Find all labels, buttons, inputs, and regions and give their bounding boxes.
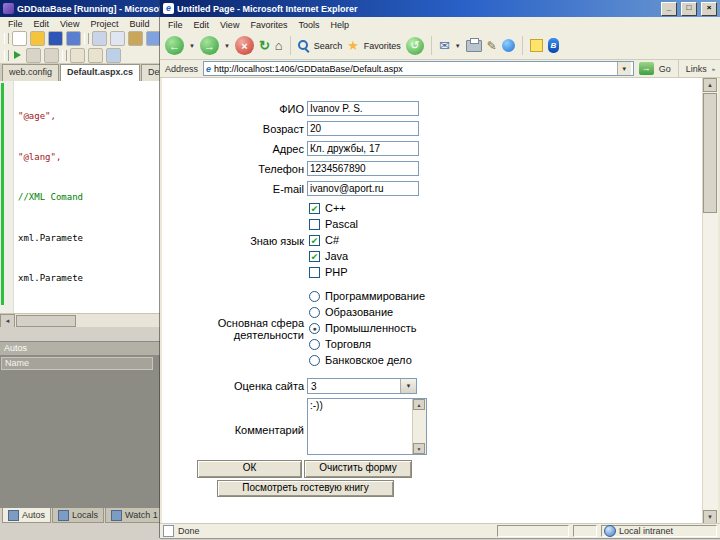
- undo-icon[interactable]: [146, 31, 161, 46]
- forward-dropdown-icon[interactable]: ▼: [224, 43, 230, 49]
- checkbox-csharp[interactable]: ✔: [309, 235, 320, 246]
- ie-menu-edit[interactable]: Edit: [194, 20, 210, 30]
- checkbox-php-label[interactable]: PHP: [325, 266, 348, 278]
- panel-tab-locals[interactable]: Locals: [52, 508, 104, 523]
- cut-icon[interactable]: [92, 31, 107, 46]
- breakpoint-icon[interactable]: [106, 48, 121, 63]
- ie-menu-favorites[interactable]: Favorites: [250, 20, 287, 30]
- search-icon[interactable]: [298, 40, 309, 51]
- back-dropdown-icon[interactable]: ▼: [189, 43, 195, 49]
- select-dropdown-icon[interactable]: ▼: [400, 379, 416, 393]
- ie-menu-file[interactable]: File: [168, 20, 183, 30]
- new-file-icon[interactable]: [12, 31, 27, 46]
- comment-text[interactable]: :-)): [310, 400, 411, 453]
- checkbox-csharp-label[interactable]: C#: [325, 234, 339, 246]
- go-label[interactable]: Go: [659, 64, 671, 74]
- tab-web-config[interactable]: web.config: [2, 64, 59, 81]
- email-input[interactable]: [307, 181, 419, 196]
- radio-education-label[interactable]: Образование: [325, 306, 393, 318]
- paste-icon[interactable]: [128, 31, 143, 46]
- radio-industry-label[interactable]: Промышленность: [325, 322, 417, 334]
- minimize-button[interactable]: _: [661, 2, 677, 16]
- stop-debug-icon[interactable]: [44, 48, 59, 63]
- address-input-field[interactable]: [307, 141, 419, 156]
- favorites-icon[interactable]: ★: [347, 39, 359, 52]
- page-vscrollbar[interactable]: ▲ ▼: [702, 78, 718, 524]
- hscroll-thumb[interactable]: [16, 315, 76, 327]
- ie-titlebar[interactable]: e Untitled Page - Microsoft Internet Exp…: [160, 0, 720, 17]
- tab-default-aspx-cs[interactable]: Default.aspx.cs: [60, 64, 140, 81]
- vs-menu-project[interactable]: Project: [90, 19, 118, 29]
- radio-industry[interactable]: ●: [309, 323, 320, 334]
- bluetooth-icon[interactable]: B: [548, 38, 559, 53]
- home-icon[interactable]: ⌂: [275, 39, 283, 52]
- copy-icon[interactable]: [110, 31, 125, 46]
- toolbar-grip[interactable]: [84, 33, 89, 44]
- address-input[interactable]: e http://localhost:1406/GDDataBase/Defau…: [203, 61, 634, 76]
- start-debug-icon[interactable]: [14, 51, 21, 59]
- checkbox-pascal-label[interactable]: Pascal: [325, 218, 358, 230]
- open-file-icon[interactable]: [30, 31, 45, 46]
- vscroll-thumb[interactable]: [703, 93, 717, 213]
- back-icon[interactable]: ←: [165, 36, 184, 55]
- checkbox-cpp[interactable]: ✔: [309, 203, 320, 214]
- fio-input[interactable]: [307, 101, 419, 116]
- ie-menu-tools[interactable]: Tools: [298, 20, 319, 30]
- radio-trade[interactable]: [309, 339, 320, 350]
- print-icon[interactable]: [466, 40, 482, 52]
- break-all-icon[interactable]: [26, 48, 41, 63]
- edit-icon[interactable]: ✎: [487, 40, 497, 52]
- radio-banking-label[interactable]: Банковское дело: [325, 354, 412, 366]
- step-over-icon[interactable]: [70, 48, 85, 63]
- notes-icon[interactable]: [530, 39, 543, 52]
- clear-form-button[interactable]: Очистить форму: [304, 460, 412, 478]
- view-guestbook-button[interactable]: Посмотреть гостевую книгу: [217, 480, 394, 497]
- favorites-label[interactable]: Favorites: [364, 41, 401, 51]
- radio-banking[interactable]: [309, 355, 320, 366]
- mail-icon[interactable]: ✉: [439, 39, 450, 52]
- checkbox-java[interactable]: ✔: [309, 251, 320, 262]
- checkbox-php[interactable]: [309, 267, 320, 278]
- go-icon[interactable]: →: [639, 62, 654, 75]
- links-chevron-icon[interactable]: »: [712, 66, 715, 72]
- address-dropdown-icon[interactable]: ▼: [617, 62, 631, 75]
- vs-menu-build[interactable]: Build: [129, 19, 149, 29]
- autos-name-column-header[interactable]: Name: [1, 357, 153, 370]
- toolbar-grip[interactable]: [4, 50, 9, 61]
- checkbox-cpp-label[interactable]: C++: [325, 202, 346, 214]
- mail-dropdown-icon[interactable]: ▼: [455, 43, 461, 49]
- links-label[interactable]: Links: [686, 64, 707, 74]
- phone-input[interactable]: [307, 161, 419, 176]
- close-button[interactable]: ×: [701, 2, 717, 16]
- checkbox-java-label[interactable]: Java: [325, 250, 348, 262]
- save-icon[interactable]: [48, 31, 63, 46]
- ie-menu-help[interactable]: Help: [330, 20, 349, 30]
- step-into-icon[interactable]: [88, 48, 103, 63]
- panel-tab-autos[interactable]: Autos: [2, 508, 51, 523]
- stop-icon[interactable]: ×: [235, 36, 254, 55]
- checkbox-pascal[interactable]: [309, 219, 320, 230]
- scroll-left-icon[interactable]: ◄: [0, 314, 15, 328]
- comment-textarea[interactable]: :-)) ▲ ▼: [307, 398, 427, 455]
- scroll-down-icon[interactable]: ▼: [413, 443, 425, 454]
- vs-menu-view[interactable]: View: [60, 19, 79, 29]
- scroll-up-icon[interactable]: ▲: [703, 78, 717, 92]
- scroll-up-icon[interactable]: ▲: [413, 399, 425, 410]
- radio-programming-label[interactable]: Программирование: [325, 290, 425, 302]
- refresh-icon[interactable]: ↻: [259, 39, 270, 52]
- textarea-scrollbar[interactable]: ▲ ▼: [412, 399, 426, 454]
- forward-icon[interactable]: →: [200, 36, 219, 55]
- age-input[interactable]: [307, 121, 419, 136]
- maximize-button[interactable]: □: [681, 2, 697, 16]
- messenger-icon[interactable]: [502, 39, 515, 52]
- history-icon[interactable]: ↺: [406, 37, 424, 55]
- toolbar-grip[interactable]: [4, 33, 9, 44]
- radio-trade-label[interactable]: Торговля: [325, 338, 371, 350]
- radio-programming[interactable]: [309, 291, 320, 302]
- radio-education[interactable]: [309, 307, 320, 318]
- vs-menu-file[interactable]: File: [8, 19, 23, 29]
- panel-tab-watch[interactable]: Watch 1: [105, 508, 164, 523]
- save-all-icon[interactable]: [66, 31, 81, 46]
- url-text[interactable]: http://localhost:1406/GDDataBase/Default…: [214, 64, 614, 74]
- toolbar-grip[interactable]: [62, 50, 67, 61]
